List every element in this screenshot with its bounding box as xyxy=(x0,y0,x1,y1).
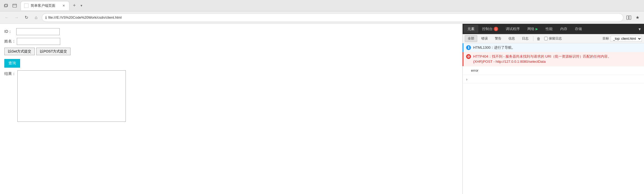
tab-storage[interactable]: 存储 xyxy=(571,25,586,33)
name-row: 姓名： xyxy=(4,38,458,45)
expand-arrow-icon[interactable]: › xyxy=(466,77,467,81)
keep-log-checkbox[interactable] xyxy=(544,37,548,40)
address-bar-right-icons: ★ xyxy=(625,14,641,21)
devtools-tabs: 元素 控制台 1 调试程序 网络 ▶ 性能 内存 xyxy=(463,24,644,34)
name-input[interactable] xyxy=(17,38,60,45)
get-submit-button[interactable]: 以Get方式提交 xyxy=(4,48,35,55)
result-label: 结果： xyxy=(4,71,16,76)
svg-rect-5 xyxy=(629,16,631,19)
tab-memory[interactable]: 内存 xyxy=(556,25,571,33)
svg-rect-2 xyxy=(13,4,17,7)
address-bar[interactable]: ℹ xyxy=(42,13,623,22)
favorites-icon[interactable]: ★ xyxy=(634,14,641,21)
restore-icon[interactable] xyxy=(2,2,10,9)
id-row: ID： xyxy=(4,28,458,35)
browser-window: 简单客户端页面 ✕ + ▾ ← → ↻ ⌂ ℹ ★ xyxy=(0,0,644,194)
svg-rect-4 xyxy=(627,16,629,19)
new-tab-button[interactable]: + xyxy=(71,2,78,9)
tab-dropdown-button[interactable]: ▾ xyxy=(78,2,85,9)
filter-separator xyxy=(533,36,533,41)
window-icon[interactable] xyxy=(11,2,18,9)
tab-performance[interactable]: 性能 xyxy=(542,25,556,33)
console-error-badge: 1 xyxy=(494,27,498,31)
tab-console[interactable]: 控制台 1 xyxy=(478,25,502,33)
error-icon: ⊘ xyxy=(466,54,471,59)
console-filter-bar: 全部 错误 警告 信息 日志 🗑 保留日志 目标 _top: client.ht… xyxy=(463,34,644,43)
error-line1: HTTP404：找不到 - 服务器尚未找到与请求的 URI（统一资源标识符）匹配… xyxy=(473,54,641,59)
keep-log-label: 保留日志 xyxy=(549,36,562,41)
target-container: 目标 _top: client.html xyxy=(603,36,642,42)
plain-message-text: error xyxy=(471,68,641,73)
target-select[interactable]: _top: client.html xyxy=(611,36,642,42)
id-label: ID： xyxy=(4,29,15,34)
tab-elements[interactable]: 元素 xyxy=(464,25,478,33)
filter-warnings-button[interactable]: 警告 xyxy=(492,35,504,42)
post-submit-button[interactable]: 以POST方式提交 xyxy=(36,48,71,55)
active-tab[interactable]: 简单客户端页面 ✕ xyxy=(21,1,69,10)
console-messages: ℹ HTML1300：进行了导航。 ⊘ HTTP404：找不到 - 服务器尚未找… xyxy=(463,43,644,194)
id-input[interactable] xyxy=(16,28,60,35)
window-controls xyxy=(2,2,18,9)
tab-debugger[interactable]: 调试程序 xyxy=(502,25,524,33)
filter-info-button[interactable]: 信息 xyxy=(505,35,518,42)
result-textarea[interactable] xyxy=(17,70,126,122)
page-content: ID： 姓名： 以Get方式提交 以POST方式提交 查询 结果： xyxy=(0,24,462,194)
console-message-expandable[interactable]: › xyxy=(463,75,644,83)
address-info-icon: ℹ xyxy=(45,15,47,20)
error-message-text: HTTP404：找不到 - 服务器尚未找到与请求的 URI（统一资源标识符）匹配… xyxy=(473,54,641,64)
tab-favicon xyxy=(24,4,28,8)
tab-title: 简单客户端页面 xyxy=(31,3,59,8)
address-input[interactable] xyxy=(48,15,620,19)
home-button[interactable]: ⌂ xyxy=(32,14,40,22)
devtools-panel: 元素 控制台 1 调试程序 网络 ▶ 性能 内存 xyxy=(462,24,644,194)
console-message-info: ℹ HTML1300：进行了导航。 xyxy=(463,43,644,52)
target-label: 目标 xyxy=(603,36,609,41)
tab-close-button[interactable]: ✕ xyxy=(62,4,66,8)
name-label: 姓名： xyxy=(4,39,16,44)
title-bar: 简单客户端页面 ✕ + ▾ xyxy=(0,0,644,11)
reading-view-icon[interactable] xyxy=(625,14,633,21)
tab-network[interactable]: 网络 ▶ xyxy=(524,25,542,33)
submit-buttons: 以Get方式提交 以POST方式提交 xyxy=(4,48,458,55)
back-button[interactable]: ← xyxy=(3,14,11,22)
info-message-text: HTML1300：进行了导航。 xyxy=(473,45,641,50)
filter-all-button[interactable]: 全部 xyxy=(465,35,477,42)
result-area: 结果： xyxy=(4,70,458,122)
network-play-icon: ▶ xyxy=(536,27,538,31)
console-message-error: ⊘ HTTP404：找不到 - 服务器尚未找到与请求的 URI（统一资源标识符）… xyxy=(463,52,644,66)
keep-log-container: 保留日志 xyxy=(544,36,562,41)
devtools-more-icon[interactable]: ▾ xyxy=(636,27,643,32)
refresh-button[interactable]: ↻ xyxy=(22,14,30,22)
filter-logs-button[interactable]: 日志 xyxy=(519,35,531,42)
address-bar-row: ← → ↻ ⌂ ℹ ★ xyxy=(0,11,644,24)
main-area: ID： 姓名： 以Get方式提交 以POST方式提交 查询 结果： xyxy=(0,24,644,194)
error-url: (XHR)POST - http://127.0.0.1:8080/select… xyxy=(473,59,641,64)
clear-console-icon[interactable]: 🗑 xyxy=(535,36,542,41)
tab-bar: 简单客户端页面 ✕ + ▾ xyxy=(21,0,642,11)
query-button[interactable]: 查询 xyxy=(4,59,20,68)
forward-button[interactable]: → xyxy=(12,14,21,22)
info-icon: ℹ xyxy=(466,45,471,50)
filter-errors-button[interactable]: 错误 xyxy=(478,35,491,42)
console-message-plain: error xyxy=(463,66,644,75)
